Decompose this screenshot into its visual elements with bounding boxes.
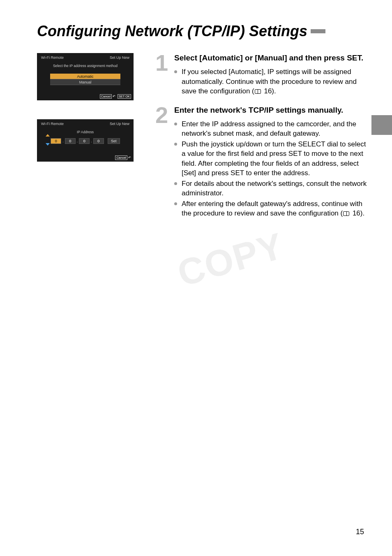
- camera-menu-ip-method: Wi-Fi Remote Set Up New Select the IP ad…: [37, 53, 134, 100]
- step-2: 2 Enter the network's TCP/IP settings ma…: [155, 105, 367, 226]
- step-2-bullet-2: Push the joystick up/down or turn the SE…: [182, 139, 367, 178]
- ip-octet-2: 0: [65, 138, 76, 144]
- cam2-cancel-hint: Cancel: [115, 155, 127, 160]
- page-title: Configuring Network (TCP/IP) Settings: [37, 23, 367, 40]
- screenshot-column: Wi-Fi Remote Set Up New Select the IP ad…: [37, 53, 148, 181]
- ip-dot: .: [91, 139, 92, 143]
- ip-octet-1: 0: [51, 138, 61, 144]
- page-number: 15: [356, 528, 364, 536]
- camera-menu-ip-address: Wi-Fi Remote Set Up New IP Address 0 . 0…: [37, 119, 134, 162]
- down-arrow-icon: [46, 143, 50, 146]
- cam1-header-left: Wi-Fi Remote: [41, 56, 64, 60]
- step-2-b4-text-b: 16).: [350, 209, 364, 217]
- ip-dot: .: [62, 139, 64, 143]
- cam1-option-automatic: Automatic: [50, 74, 120, 79]
- cam1-header-right: Set Up New: [110, 56, 129, 60]
- cam2-updown-arrows: [46, 134, 50, 146]
- step-2-bullet-4: After entering the default gateway's add…: [182, 199, 367, 218]
- ip-octet-3: 0: [79, 138, 90, 144]
- ip-octet-4: 0: [93, 138, 104, 144]
- step-1: 1 Select [Automatic] or [Manual] and the…: [155, 53, 367, 104]
- step-1-bullet-1: If you selected [Automatic], IP settings…: [182, 67, 367, 96]
- cam2-back-icon: ↶: [128, 156, 131, 160]
- cam2-label: IP Address: [39, 130, 131, 134]
- step-2-heading: Enter the network's TCP/IP settings manu…: [174, 105, 367, 115]
- ip-set-button: Set: [108, 138, 120, 144]
- cam2-header-left: Wi-Fi Remote: [41, 122, 64, 126]
- cam2-ip-row: 0 . 0 . 0 . 0 Set: [39, 138, 131, 144]
- copy-watermark: COPY: [173, 225, 288, 295]
- up-arrow-icon: [46, 134, 50, 137]
- cam1-cancel-hint: Cancel: [100, 94, 112, 99]
- ip-dot: .: [77, 139, 78, 143]
- side-thumb-tab: [371, 115, 392, 135]
- cam1-subtitle: Select the IP address assignment method: [39, 64, 131, 68]
- step-2-number: 2: [155, 106, 174, 124]
- instructions-column: 1 Select [Automatic] or [Manual] and the…: [155, 53, 367, 227]
- step-2-b4-text-a: After entering the default gateway's add…: [182, 200, 362, 217]
- step-2-bullet-1: Enter the IP address assigned to the cam…: [182, 119, 367, 139]
- step-1-number: 1: [155, 54, 174, 72]
- manual-ref-icon: [343, 211, 349, 216]
- step-2-bullet-3: For details about the network's settings…: [182, 179, 367, 198]
- cam1-option-manual: Manual: [50, 79, 120, 85]
- step-1-b1-text-b: 16).: [262, 87, 276, 95]
- cam2-header-right: Set Up New: [110, 122, 129, 126]
- page-title-text: Configuring Network (TCP/IP) Settings: [37, 23, 307, 40]
- manual-ref-icon: [255, 89, 261, 94]
- cam1-back-icon: ↶: [113, 95, 115, 98]
- cam1-set-ok-hint: SET OK: [118, 94, 131, 99]
- title-accent-bar: [311, 29, 325, 33]
- step-1-heading: Select [Automatic] or [Manual] and then …: [174, 53, 367, 63]
